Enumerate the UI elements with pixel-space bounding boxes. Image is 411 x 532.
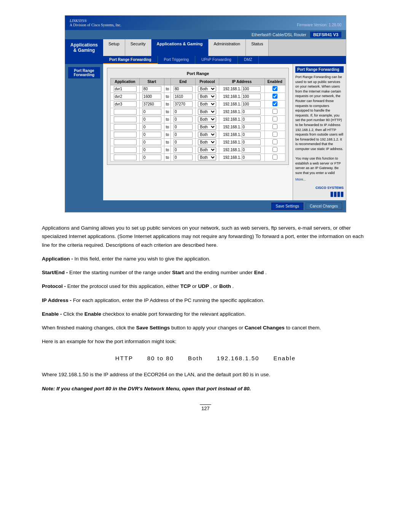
- app-input[interactable]: [114, 117, 137, 122]
- more-link[interactable]: More...: [295, 177, 344, 182]
- start-input[interactable]: [142, 117, 161, 122]
- subtab-dmz[interactable]: DMZ: [238, 56, 259, 64]
- app-input[interactable]: [114, 109, 137, 115]
- tab-status[interactable]: Status: [246, 39, 269, 56]
- protocol-bold1: TCP: [180, 283, 191, 289]
- start-input[interactable]: [142, 94, 161, 99]
- ip-prefix: 192.168.1.: [223, 94, 241, 99]
- ip-prefix: 192.168.1.: [223, 110, 241, 114]
- ip-last-input[interactable]: [242, 139, 261, 145]
- app-input[interactable]: [114, 94, 137, 99]
- start-input[interactable]: [142, 101, 161, 107]
- save-bold1: Save Settings: [136, 325, 170, 331]
- save-button[interactable]: Save Settings: [271, 203, 303, 210]
- ip-last-input[interactable]: [242, 117, 261, 122]
- table-row: toBothTCPUDP192.168.1.: [111, 93, 285, 101]
- app-input[interactable]: [114, 147, 137, 153]
- protocol-select[interactable]: BothTCPUDP: [198, 101, 216, 107]
- firmware-info: Firmware Version: 1.28.00: [297, 23, 341, 27]
- to-label: to: [164, 101, 170, 108]
- enabled-checkbox[interactable]: [272, 101, 277, 106]
- end-input[interactable]: [174, 155, 193, 160]
- protocol-select[interactable]: BothTCPUDP: [198, 124, 216, 130]
- col-application: Application: [111, 78, 140, 85]
- ip-last-input[interactable]: [242, 101, 261, 107]
- app-input[interactable]: [114, 101, 137, 107]
- protocol-select[interactable]: BothTCPUDP: [198, 132, 216, 137]
- ip-last-input[interactable]: [242, 147, 261, 153]
- enabled-checkbox[interactable]: [272, 139, 277, 144]
- table-row: toBothTCPUDP192.168.1.: [111, 85, 285, 93]
- ip-last-input[interactable]: [242, 132, 261, 137]
- protocol-bold2: UDP: [198, 283, 209, 289]
- right-sidebar: Port Range Forwarding Port Range Forward…: [293, 64, 346, 200]
- app-input[interactable]: [114, 155, 137, 160]
- app-input[interactable]: [114, 132, 137, 137]
- model-name: BEFSR41 V3: [310, 32, 341, 38]
- end-input[interactable]: [174, 86, 193, 92]
- protocol-select[interactable]: BothTCPUDP: [198, 109, 216, 115]
- end-input[interactable]: [174, 147, 193, 153]
- start-input[interactable]: [142, 109, 161, 115]
- enabled-checkbox[interactable]: [272, 86, 277, 91]
- subtab-port-triggering[interactable]: Port Triggering: [158, 56, 196, 64]
- ip-last-input[interactable]: [242, 124, 261, 130]
- example-protocol: HTTP: [115, 355, 133, 361]
- ip-last-input[interactable]: [242, 86, 261, 92]
- enabled-checkbox[interactable]: [272, 117, 277, 121]
- port-table: Application Start End Protocol IP Addres…: [110, 78, 285, 161]
- ip-last-input[interactable]: [242, 155, 261, 160]
- protocol-select[interactable]: BothTCPUDP: [198, 117, 216, 122]
- ip-last-input[interactable]: [242, 109, 261, 115]
- protocol-text1: Enter the protocol used for this applica…: [67, 283, 180, 289]
- end-input[interactable]: [174, 139, 193, 145]
- enabled-checkbox[interactable]: [272, 124, 277, 129]
- start-input[interactable]: [142, 139, 161, 145]
- protocol-select[interactable]: BothTCPUDP: [198, 147, 216, 153]
- protocol-select[interactable]: BothTCPUDP: [198, 94, 216, 99]
- protocol-select[interactable]: BothTCPUDP: [198, 139, 216, 145]
- start-input[interactable]: [142, 147, 161, 153]
- start-input[interactable]: [142, 86, 161, 92]
- enabled-checkbox[interactable]: [272, 132, 277, 137]
- subtab-upnp[interactable]: UPnP Forwarding: [195, 56, 238, 64]
- to-label: to: [164, 116, 170, 123]
- protocol-select[interactable]: BothTCPUDP: [198, 86, 216, 92]
- ip-text: For each application, enter the IP Addre…: [73, 297, 264, 303]
- app-input[interactable]: [114, 86, 137, 92]
- tab-security[interactable]: Security: [125, 39, 151, 56]
- end-input[interactable]: [174, 117, 193, 122]
- end-input[interactable]: [174, 101, 193, 107]
- page-number-area: 127: [23, 404, 388, 411]
- startend-label: Start/End -: [42, 270, 68, 275]
- nav-area: Applications & Gaming Setup Security App…: [65, 39, 346, 56]
- page-number: 127: [200, 404, 211, 411]
- app-input[interactable]: [114, 139, 137, 145]
- enabled-checkbox[interactable]: [272, 147, 277, 152]
- end-input[interactable]: [174, 124, 193, 130]
- start-input[interactable]: [142, 124, 161, 130]
- end-input[interactable]: [174, 132, 193, 137]
- protocol-bold3: Both: [219, 283, 231, 289]
- tab-applications[interactable]: Applications & Gaming: [151, 39, 209, 56]
- example-ip: 192.168.1.50: [217, 355, 260, 361]
- tab-administration[interactable]: Administration: [209, 39, 246, 56]
- ip-last-input[interactable]: [242, 94, 261, 99]
- app-input[interactable]: [114, 124, 137, 130]
- protocol-select[interactable]: BothTCPUDP: [198, 155, 216, 160]
- enabled-checkbox[interactable]: [272, 155, 277, 160]
- table-row: toBothTCPUDP192.168.1.: [111, 131, 285, 139]
- start-input[interactable]: [142, 132, 161, 137]
- enabled-checkbox[interactable]: [272, 109, 277, 114]
- application-label: Application -: [42, 256, 73, 262]
- end-input[interactable]: [174, 109, 193, 115]
- end-input[interactable]: [174, 94, 193, 99]
- enabled-checkbox[interactable]: [272, 94, 277, 99]
- right-sidebar-text: Port Range Forwarding can be used to set…: [295, 75, 344, 182]
- subtab-port-range[interactable]: Port Range Forwarding: [103, 56, 158, 64]
- start-input[interactable]: [142, 155, 161, 160]
- main-content: Port Range Forwarding Port Range Applica…: [65, 64, 346, 200]
- tab-setup[interactable]: Setup: [103, 39, 125, 56]
- cancel-button[interactable]: Cancel Changes: [306, 203, 342, 210]
- save-text2: button to apply your changes or: [171, 325, 245, 331]
